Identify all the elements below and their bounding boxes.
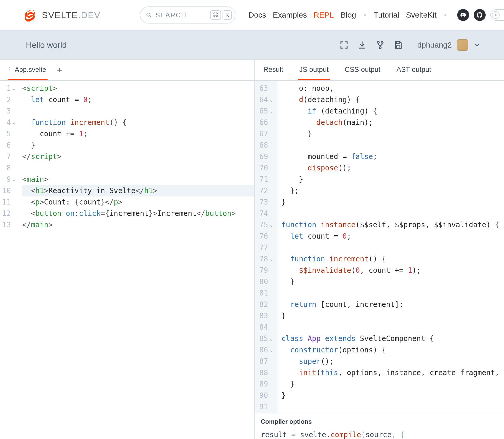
split-panes: App.svelte+ 1⌄234⌄56789⌄10111213 <script…	[0, 60, 504, 439]
fold-icon[interactable]: ⌄	[270, 94, 273, 105]
code-line[interactable]: };	[281, 185, 504, 196]
repl-actions: dphuang2	[339, 39, 481, 51]
code-line[interactable]: o: noop,	[281, 83, 504, 94]
fold-icon[interactable]: ⌄	[13, 83, 16, 94]
code-line[interactable]: if (detaching) {	[281, 105, 504, 117]
gutter: 1⌄234⌄56789⌄10111213	[0, 81, 20, 439]
fold-icon[interactable]: ⌄	[13, 174, 16, 185]
code-line[interactable]: let count = 0;	[281, 231, 504, 242]
code-line[interactable]: }	[281, 390, 504, 401]
code-line[interactable]: }	[281, 310, 504, 322]
code-line[interactable]	[22, 105, 254, 117]
file-tabs: App.svelte+	[0, 60, 254, 81]
nav-link-sveltekit[interactable]: SvelteKit	[406, 11, 437, 19]
download-icon[interactable]	[357, 40, 367, 50]
source-editor[interactable]: 1⌄234⌄56789⌄10111213 <script> let count …	[0, 81, 254, 439]
output-tab-js-output[interactable]: JS output	[298, 60, 330, 80]
nav-link-examples[interactable]: Examples	[273, 11, 307, 19]
code-line[interactable]: </script>	[22, 151, 254, 162]
gutter: 6364⌄65⌄66676869707172737475⌄767778⌄7980…	[255, 81, 277, 413]
brand-name: SVELTE.DEV	[42, 10, 101, 20]
avatar	[457, 39, 468, 51]
code-line[interactable]: d(detaching) {	[281, 94, 504, 105]
svg-point-0	[147, 13, 150, 16]
svg-point-4	[379, 47, 381, 49]
code-line[interactable]	[281, 140, 504, 151]
code-line[interactable]	[281, 401, 504, 413]
fold-icon[interactable]: ⌄	[270, 219, 273, 231]
output-tab-ast-output[interactable]: AST output	[395, 60, 432, 80]
username: dphuang2	[417, 41, 452, 49]
drag-handle-icon[interactable]	[9, 67, 10, 72]
code-line[interactable]: class App extends SvelteComponent {	[281, 333, 504, 344]
code-line[interactable]: let count = 0;	[22, 94, 254, 105]
code-line[interactable]: <p>Count: {count}</p>	[22, 196, 254, 208]
fullscreen-icon[interactable]	[339, 40, 349, 50]
code-line[interactable]: detach(main);	[281, 117, 504, 128]
code-line[interactable]: <button on:click={increment}>Increment</…	[22, 208, 254, 219]
search-input[interactable]: SEARCH ⌘ K	[140, 6, 235, 24]
code-line[interactable]: function instance($$self, $$props, $$inv…	[281, 219, 504, 231]
discord-icon[interactable]	[457, 9, 469, 21]
code-line[interactable]	[281, 242, 504, 253]
sun-icon: ☀	[492, 11, 500, 19]
code-line[interactable]: }	[22, 140, 254, 151]
fold-icon[interactable]: ⌄	[13, 117, 16, 128]
nav-link-blog[interactable]: Blog	[341, 11, 356, 19]
code-line[interactable]: return [count, increment];	[281, 299, 504, 310]
chevron-down-icon	[474, 41, 481, 49]
nav-link-docs[interactable]: Docs	[248, 11, 266, 19]
code-line[interactable]: }	[281, 128, 504, 140]
code-line[interactable]: mounted = false;	[281, 151, 504, 162]
theme-toggle[interactable]: ☀	[490, 9, 504, 21]
code-area[interactable]: o: noop, d(detaching) { if (detaching) {…	[277, 81, 504, 413]
repl-title[interactable]: Hello world	[26, 40, 67, 50]
left-pane: App.svelte+ 1⌄234⌄56789⌄10111213 <script…	[0, 60, 255, 439]
code-line[interactable]: <script>	[22, 83, 254, 94]
output-tab-result[interactable]: Result	[262, 60, 284, 80]
code-line[interactable]: constructor(options) {	[281, 344, 504, 356]
code-line[interactable]: super();	[281, 356, 504, 367]
output-editor[interactable]: 6364⌄65⌄66676869707172737475⌄767778⌄7980…	[255, 81, 504, 413]
add-file-button[interactable]: +	[57, 65, 62, 75]
nav-links: DocsExamplesREPLBlogTutorialSvelteKit	[248, 11, 447, 19]
fold-icon[interactable]: ⌄	[270, 105, 273, 117]
github-icon[interactable]	[474, 9, 486, 21]
code-line[interactable]	[281, 208, 504, 219]
code-line[interactable]: }	[281, 196, 504, 208]
svg-point-2	[377, 41, 379, 43]
code-line[interactable]: dispose();	[281, 162, 504, 174]
code-line[interactable]: function increment() {	[281, 253, 504, 265]
svg-line-1	[150, 16, 151, 17]
code-line[interactable]: <h1>Reactivity in Svelte</h1>	[22, 185, 254, 196]
code-area[interactable]: <script> let count = 0; function increme…	[20, 81, 254, 439]
fold-icon[interactable]: ⌄	[270, 253, 273, 265]
code-line[interactable]: }	[281, 379, 504, 390]
nav-separator	[444, 14, 446, 16]
code-line[interactable]	[22, 162, 254, 174]
code-line[interactable]: }	[281, 276, 504, 287]
brand[interactable]: SVELTE.DEV	[23, 9, 101, 21]
nav-link-tutorial[interactable]: Tutorial	[374, 11, 399, 19]
fold-icon[interactable]: ⌄	[270, 344, 273, 356]
fold-icon[interactable]: ⌄	[270, 333, 273, 344]
code-line[interactable]: }	[281, 174, 504, 185]
file-tab[interactable]: App.svelte	[8, 60, 48, 80]
nav-link-repl[interactable]: REPL	[314, 11, 334, 19]
output-tab-css-output[interactable]: CSS output	[344, 60, 381, 80]
code-line[interactable]: </main>	[22, 219, 254, 231]
compiler-options[interactable]: Compiler options result = svelte.compile…	[255, 413, 504, 439]
code-line[interactable]: count += 1;	[22, 128, 254, 140]
save-icon[interactable]	[393, 40, 403, 50]
compiler-snippet: result = svelte.compile(source, {	[261, 430, 498, 439]
code-line[interactable]: <main>	[22, 174, 254, 185]
code-line[interactable]: function increment() {	[22, 117, 254, 128]
code-line[interactable]	[281, 287, 504, 299]
code-line[interactable]: $$invalidate(0, count += 1);	[281, 265, 504, 276]
user-menu[interactable]: dphuang2	[417, 39, 481, 51]
fork-icon[interactable]	[375, 40, 385, 50]
svg-point-3	[381, 41, 383, 43]
top-nav: SVELTE.DEV SEARCH ⌘ K DocsExamplesREPLBl…	[0, 0, 504, 31]
code-line[interactable]	[281, 322, 504, 333]
code-line[interactable]: init(this, options, instance, create_fra…	[281, 367, 504, 379]
